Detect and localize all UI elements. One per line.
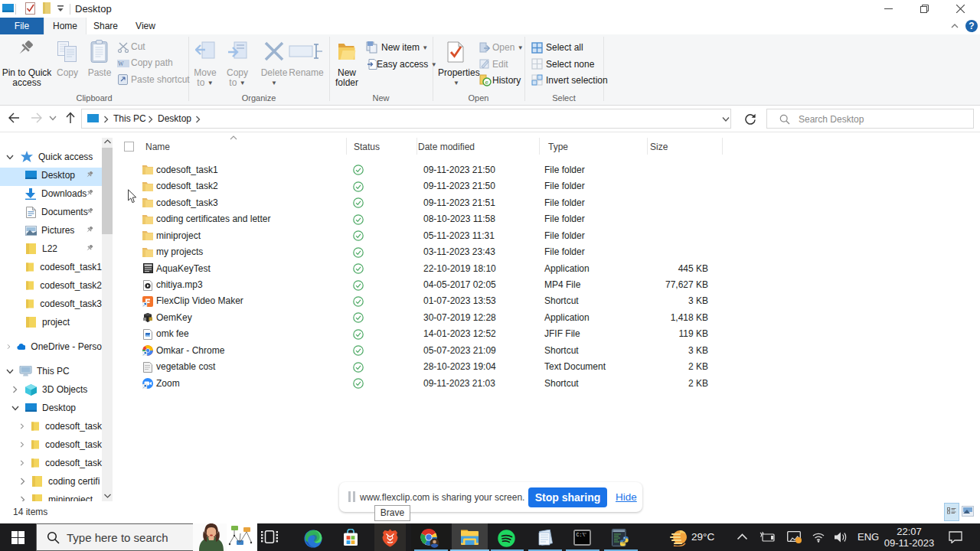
svg-text:W: W <box>118 60 124 67</box>
svg-text:e: e <box>485 79 489 86</box>
